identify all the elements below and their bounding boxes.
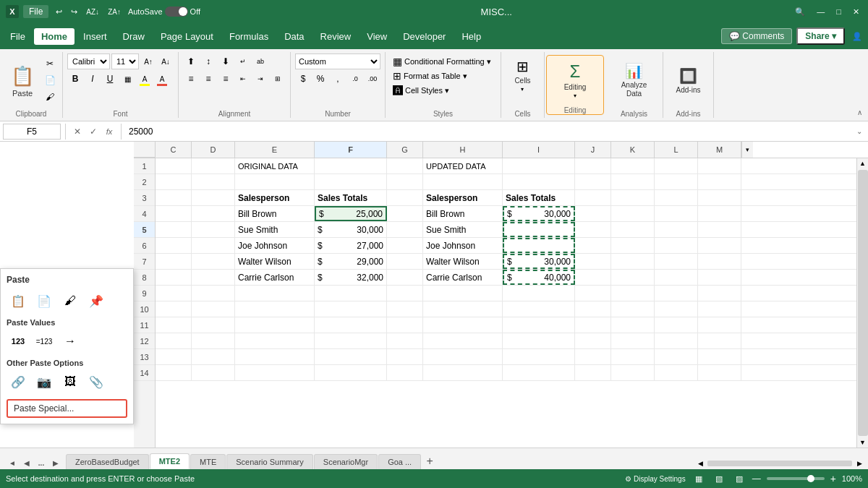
cell-f11[interactable] [315,317,387,333]
scroll-up-btn[interactable]: ▲ [858,158,868,168]
menu-file[interactable]: File [3,28,33,45]
cell-k7[interactable] [611,254,655,269]
cell-e9[interactable] [235,286,315,301]
cells-btn[interactable]: ⊞ Cells ▾ [510,55,535,95]
cell-d6[interactable] [192,238,235,253]
cell-m1[interactable] [698,158,741,174]
undo-btn[interactable]: ↩ [53,6,65,18]
cell-h3[interactable]: Salesperson [423,190,503,205]
cell-f4[interactable]: $ 25,000 [315,206,387,221]
bold-btn[interactable]: B [67,71,83,87]
cell-h9[interactable] [423,286,503,301]
menu-review[interactable]: Review [313,28,359,45]
row-num-11[interactable]: 11 [134,317,155,333]
zoom-slider[interactable] [767,477,825,480]
decrease-indent-btn[interactable]: ⇤ [235,71,251,87]
row-num-4[interactable]: 4 [134,206,155,222]
cell-c8[interactable] [156,270,192,285]
increase-indent-btn[interactable]: ⇥ [252,71,268,87]
display-settings-btn[interactable]: ⚙ Display Settings [625,475,685,483]
cell-j13[interactable] [575,349,611,364]
menu-home[interactable]: Home [34,28,75,45]
menu-data[interactable]: Data [277,28,311,45]
row-num-6[interactable]: 6 [134,238,155,254]
cell-k14[interactable] [611,365,655,380]
cell-l1[interactable] [655,158,698,174]
insert-function-btn[interactable]: fx [102,124,116,139]
cell-d5[interactable] [192,222,235,237]
col-header-h[interactable]: H [423,142,503,158]
sheet-nav-first[interactable]: ◄ [6,456,19,469]
comma-btn[interactable]: , [330,71,346,87]
formula-cancel-btn[interactable]: ✕ [70,124,85,139]
addins-btn[interactable]: 🔲 Add-ins [672,64,705,97]
cell-i5[interactable] [503,222,575,237]
view-layout-btn[interactable]: ▧ [712,471,726,486]
cell-d7[interactable] [192,254,235,269]
cell-e14[interactable] [235,365,315,380]
cell-f3[interactable]: Sales Totals [315,190,387,205]
menu-help[interactable]: Help [454,28,488,45]
merge-btn[interactable]: ⊞ [270,71,286,87]
cell-c12[interactable] [156,333,192,348]
cell-d11[interactable] [192,317,235,333]
cell-k4[interactable] [611,206,655,221]
sheet-tab-goa[interactable]: Goa ... [378,454,421,469]
align-left-btn[interactable]: ≡ [183,71,199,87]
cell-f14[interactable] [315,365,387,380]
cell-c11[interactable] [156,317,192,333]
cell-j3[interactable] [575,190,611,205]
add-sheet-btn[interactable]: + [422,453,438,469]
underline-btn[interactable]: U [102,71,118,87]
tab-scroll-left[interactable]: ◀ [694,458,706,469]
menu-formulas[interactable]: Formulas [222,28,276,45]
cell-m8[interactable] [698,270,741,285]
fill-color-btn[interactable]: A [137,71,153,87]
cell-g14[interactable] [387,365,423,380]
tab-scroll-right[interactable]: ▶ [854,458,865,469]
conditional-formatting-btn[interactable]: ▦ Conditional Formatting ▾ [390,55,496,68]
cell-e3[interactable]: Salesperson [235,190,315,205]
cell-e6[interactable]: Joe Johnson [235,238,315,253]
cell-j10[interactable] [575,301,611,317]
paste-values-only-btn[interactable]: 123 [7,330,30,353]
cell-g1[interactable] [387,158,423,174]
cell-e11[interactable] [235,317,315,333]
col-header-e[interactable]: E [235,142,315,158]
autosave-pill[interactable] [165,7,188,17]
paste-formula-btn[interactable]: 📄 [33,289,56,312]
cell-h11[interactable] [423,317,503,333]
zoom-minus-btn[interactable]: — [752,474,761,484]
editing-btn[interactable]: Σ Editing ▾ [560,59,591,102]
cell-i1[interactable] [503,158,575,174]
cell-c4[interactable] [156,206,192,221]
cell-l2[interactable] [655,174,698,189]
cell-h7[interactable]: Walter Wilson [423,254,503,269]
row-num-9[interactable]: 9 [134,286,155,301]
format-painter-btn[interactable]: 🖌 [42,89,58,105]
cell-d3[interactable] [192,190,235,205]
cell-m10[interactable] [698,301,741,317]
maximize-btn[interactable]: □ [833,6,844,17]
formula-expand-btn[interactable]: ⌄ [854,127,865,135]
vertical-scrollbar[interactable]: ▲ ▼ [856,158,868,448]
ribbon-collapse-btn[interactable]: ∧ [854,106,865,118]
align-top-btn[interactable]: ⬆ [183,53,199,69]
row-num-2[interactable]: 2 [134,174,155,190]
cell-h13[interactable] [423,349,503,364]
scroll-down-btn[interactable]: ▼ [858,437,868,448]
menu-insert[interactable]: Insert [76,28,114,45]
cell-d13[interactable] [192,349,235,364]
cell-k11[interactable] [611,317,655,333]
cell-j12[interactable] [575,333,611,348]
cell-c9[interactable] [156,286,192,301]
cell-g4[interactable] [387,206,423,221]
sheet-tab-zerobasedbudget[interactable]: ZeroBasedBudget [66,454,149,469]
sort-desc-btn[interactable]: ZA↑ [105,7,124,17]
cell-e12[interactable] [235,333,315,348]
row-num-1[interactable]: 1 [134,158,155,174]
percent-btn[interactable]: % [312,71,328,87]
file-menu-btn[interactable]: File [23,5,48,18]
name-box[interactable] [3,124,61,140]
cell-f1[interactable] [315,158,387,174]
